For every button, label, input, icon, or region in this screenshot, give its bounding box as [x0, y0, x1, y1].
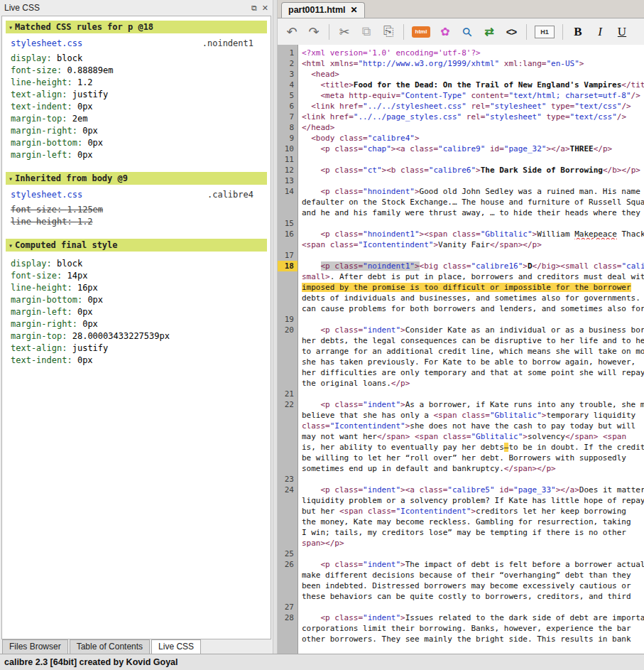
- undock-panel-icon[interactable]: ⧉: [251, 4, 257, 13]
- css-section-header[interactable]: ▾Inherited from body @9: [6, 172, 267, 185]
- code-line[interactable]: 10 <p class="chap"><a class="calibre9" i…: [278, 144, 644, 154]
- insert-tag-icon[interactable]: <>: [504, 23, 518, 40]
- compare-arrows-icon[interactable]: ⇄: [482, 23, 496, 40]
- code-line[interactable]: believe that she has only a <span class=…: [278, 410, 644, 421]
- code-line[interactable]: I win; tails, my creditors lose” may be …: [278, 527, 644, 538]
- code-line[interactable]: may not want her</span> <span class="Gbl…: [278, 431, 644, 442]
- code-line[interactable]: 2<html xmlns="http://www.w3.org/1999/xht…: [278, 58, 644, 69]
- code-line[interactable]: defaulter on the Stock Exchange.… The ho…: [278, 197, 644, 207]
- code-line[interactable]: span></p>: [278, 538, 644, 549]
- code-line[interactable]: her debts, the legal consequences can be…: [278, 335, 644, 346]
- code-line[interactable]: can cause problems for both borrowers an…: [278, 303, 644, 314]
- panel-title-bar: Live CSS ⧉ ✕: [0, 0, 273, 16]
- code-line[interactable]: sometimes end up in default and bankrupt…: [278, 463, 644, 474]
- line-number: 19: [278, 314, 298, 325]
- code-line-text: <p class="indent"><a class="calibre5" id…: [298, 485, 644, 495]
- close-panel-icon[interactable]: ✕: [262, 4, 268, 13]
- dock-tab-table-of-contents[interactable]: Table of Contents: [70, 639, 150, 654]
- code-line[interactable]: 17: [278, 250, 644, 261]
- code-line[interactable]: and he and his family were thrust away, …: [278, 207, 644, 218]
- code-line-text: <p class="noindent1"><big class="calibre…: [298, 261, 644, 271]
- code-line[interactable]: her difficulties are only temporary and …: [278, 367, 644, 378]
- code-line[interactable]: but her <span class="Icontentindent">cre…: [278, 506, 644, 517]
- code-line[interactable]: she has taken previously. For Kate to be…: [278, 357, 644, 367]
- code-line-text: is, her ability to eventually pay her de…: [298, 442, 644, 453]
- code-line[interactable]: 6 <link href="../../stylesheet.css" rel=…: [278, 101, 644, 112]
- code-line[interactable]: to arrange for an additional credit line…: [278, 346, 644, 357]
- code-line[interactable]: 1<?xml version='1.0' encoding='utf-8'?>: [278, 48, 644, 58]
- undo-icon[interactable]: ↶: [285, 23, 299, 40]
- live-css-content: ▾Matched CSS rules for p @18stylesheet.c…: [1, 16, 271, 639]
- underline-icon[interactable]: U: [615, 23, 629, 40]
- code-line[interactable]: 24 <p class="indent"><a class="calibre5"…: [278, 485, 644, 495]
- code-editor[interactable]: 1<?xml version='1.0' encoding='utf-8'?>2…: [278, 45, 644, 654]
- css-section-header[interactable]: ▾Matched CSS rules for p @18: [6, 21, 267, 33]
- tab-close-icon[interactable]: ✕: [351, 5, 358, 15]
- code-line-text: make different decisions because of thei…: [298, 570, 644, 580]
- code-line[interactable]: small>. After debt is put in place, borr…: [278, 271, 644, 282]
- code-line[interactable]: 14 <p class="hnoindent">Good old John Se…: [278, 186, 644, 197]
- code-line[interactable]: been indebted. Distressed borrowers may …: [278, 580, 644, 591]
- code-line[interactable]: 13: [278, 175, 644, 186]
- code-line[interactable]: 15: [278, 218, 644, 229]
- code-line[interactable]: other borrowers. They see mainly the bri…: [278, 634, 644, 644]
- code-line[interactable]: 25: [278, 549, 644, 559]
- insert-html-icon[interactable]: html: [412, 26, 430, 38]
- code-line[interactable]: 21: [278, 389, 644, 399]
- code-line[interactable]: imposed by the promise is too difficult …: [278, 282, 644, 293]
- editor-tab-part0011[interactable]: part0011.html ✕: [281, 2, 365, 18]
- line-number: [278, 623, 298, 634]
- stylesheet-link[interactable]: stylesheet.css: [11, 38, 82, 48]
- code-line[interactable]: 22 <p class="indent">As a borrower, if K…: [278, 399, 644, 410]
- dock-tab-live-css[interactable]: Live CSS: [151, 639, 201, 654]
- code-line[interactable]: 16 <p class="hnoindent1"><span class="Gb…: [278, 229, 644, 239]
- line-number: 1: [278, 48, 298, 58]
- code-line[interactable]: 4 <title>Food for the Dead: On the Trail…: [278, 80, 644, 90]
- line-number: 14: [278, 186, 298, 197]
- stylesheet-link[interactable]: stylesheet.css: [11, 190, 82, 200]
- code-line[interactable]: be willing to let her “roll over” her de…: [278, 453, 644, 463]
- beautify-flower-icon[interactable]: ✿: [438, 23, 452, 40]
- code-line[interactable]: 7<link href="../../page_styles.css" rel=…: [278, 112, 644, 122]
- paste-icon[interactable]: ⎘: [381, 23, 395, 40]
- line-number: 24: [278, 485, 298, 495]
- code-line-text: [298, 549, 644, 559]
- code-line[interactable]: the money, Kate may become reckless. Gam…: [278, 517, 644, 527]
- code-line[interactable]: 11: [278, 154, 644, 165]
- line-number: 25: [278, 549, 298, 559]
- dock-tab-files-browser[interactable]: Files Browser: [2, 639, 68, 654]
- code-line[interactable]: corporations limit their borrowing. Bank…: [278, 623, 644, 634]
- copy-icon[interactable]: ⧉: [359, 23, 373, 40]
- code-line[interactable]: 18 <p class="noindent1"><big class="cali…: [278, 261, 644, 271]
- search-icon[interactable]: ⚲: [456, 21, 478, 43]
- code-line[interactable]: 5 <meta http-equiv="Content-Type" conten…: [278, 90, 644, 101]
- code-line[interactable]: make different decisions because of thei…: [278, 570, 644, 580]
- code-line[interactable]: 19: [278, 314, 644, 325]
- code-line[interactable]: is, her ability to eventually pay her de…: [278, 442, 644, 453]
- redo-icon[interactable]: ↷: [307, 23, 321, 40]
- cut-icon[interactable]: ✂: [337, 23, 351, 40]
- line-number: 11: [278, 154, 298, 165]
- code-line[interactable]: 12 <p class="ct"><b class="calibre6">The…: [278, 165, 644, 175]
- code-line[interactable]: these behaviors can be quite costly to b…: [278, 591, 644, 602]
- code-line[interactable]: class="Icontentindent">she does not have…: [278, 421, 644, 431]
- code-line[interactable]: liquidity problem or a solvency problem?…: [278, 495, 644, 506]
- code-line[interactable]: 23: [278, 474, 644, 485]
- code-line[interactable]: 28 <p class="indent">Issues related to t…: [278, 612, 644, 623]
- bold-icon[interactable]: B: [571, 23, 585, 40]
- code-line[interactable]: 20 <p class="indent">Consider Kate as an…: [278, 325, 644, 335]
- code-line[interactable]: 9 <body class="calibre4">: [278, 133, 644, 144]
- code-line[interactable]: the original loans.</p>: [278, 378, 644, 389]
- code-line[interactable]: 3 <head>: [278, 69, 644, 80]
- css-section-header[interactable]: ▾Computed final style: [6, 239, 267, 252]
- code-line[interactable]: 27: [278, 602, 644, 612]
- italic-icon[interactable]: I: [593, 23, 607, 40]
- code-line[interactable]: <span class="Icontentindent">Vanity Fair…: [278, 239, 644, 250]
- code-line-text: corporations limit their borrowing. Bank…: [298, 623, 644, 634]
- panel-splitter[interactable]: [273, 0, 278, 654]
- code-line[interactable]: 26 <p class="indent">The impact of debt …: [278, 559, 644, 570]
- code-line[interactable]: debts of individuals and businesses, and…: [278, 293, 644, 303]
- code-line[interactable]: 8</head>: [278, 122, 644, 133]
- heading-level-icon[interactable]: H1: [535, 26, 555, 38]
- css-selector: .calibre4: [207, 190, 253, 200]
